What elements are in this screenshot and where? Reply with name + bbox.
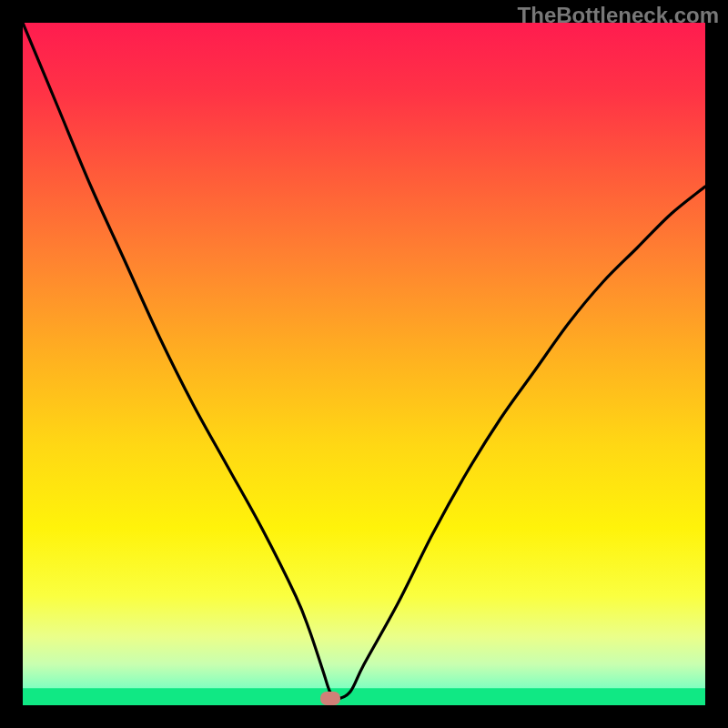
plot-svg (23, 23, 705, 705)
watermark-text: TheBottleneck.com (518, 3, 719, 28)
chart-container: TheBottleneck.com (0, 0, 728, 728)
minimum-marker (320, 692, 340, 705)
gradient-background (23, 23, 705, 705)
plot-area (23, 23, 705, 705)
green-band (23, 688, 705, 705)
